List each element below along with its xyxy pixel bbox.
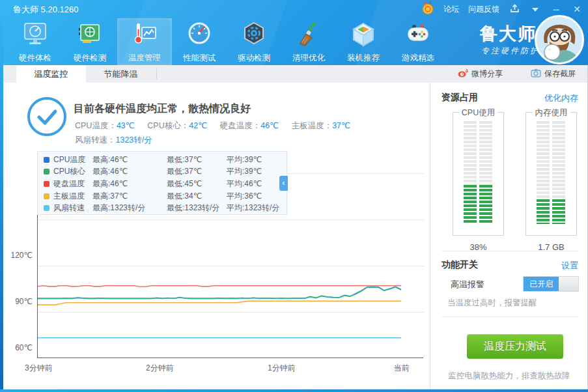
legend-avg: 平均:39℃: [227, 166, 262, 177]
titlebar: 鲁大师 5.20.1260 论坛 问题反馈 ─: [0, 0, 588, 18]
legend-max: 最高:1323转/分: [92, 203, 167, 214]
metric-label: CPU温度：: [75, 121, 117, 130]
divider: [441, 251, 579, 251]
high-temp-alarm-label: 高温报警: [451, 279, 484, 290]
close-button[interactable]: ✕: [571, 4, 583, 14]
toggle-state-label: 已开启: [524, 277, 559, 291]
games-icon: [405, 18, 431, 51]
brand-logo: 鲁大师: [480, 22, 537, 46]
alarm-description: 当温度过高时，报警提醒: [447, 298, 537, 309]
gauge-bars: [537, 121, 566, 224]
legend-name: 风扇转速: [53, 203, 92, 214]
window-edge: [0, 18, 3, 392]
gauge-fill: [479, 185, 492, 224]
legend-swatch: [44, 205, 49, 211]
temperature-metrics: CPU温度：43℃ CPU核心：42℃ 硬盘温度：46℃ 主板温度：37℃: [75, 120, 361, 132]
nav-item-hardware-checkup[interactable]: 硬件体检: [8, 18, 63, 65]
chart-legend: CPU温度 最高:46℃ 最低:37℃ 平均:39℃ CPU核心 最高:46℃ …: [37, 151, 287, 215]
nav-label: 硬件检测: [74, 53, 106, 64]
mascot-avatar: [535, 15, 584, 64]
gauge-bar: [537, 121, 550, 224]
series-board-temp: [38, 301, 401, 305]
legend-min: 最低:34℃: [167, 191, 227, 202]
settings-link[interactable]: 设置: [561, 260, 578, 272]
status-title: 目前各硬件温度均正常，散热情况良好: [74, 102, 251, 116]
metric-value: 46℃: [260, 121, 279, 130]
legend-max: 最高:46℃: [92, 154, 167, 165]
nav-label: 清理优化: [292, 53, 325, 64]
clean-icon: [296, 18, 322, 51]
nav-item-games[interactable]: 游戏精选: [391, 18, 445, 65]
weibo-icon: [458, 68, 468, 79]
legend-swatch: [44, 157, 49, 163]
metric-label: 硬盘温度：: [220, 121, 261, 130]
main-content: 目前各硬件温度均正常，散热情况良好 CPU温度：43℃ CPU核心：42℃ 硬盘…: [0, 83, 430, 389]
nav-item-build-recommend[interactable]: 装机推荐: [336, 18, 391, 65]
legend-collapse-icon[interactable]: ‹: [279, 176, 288, 191]
weibo-share-button[interactable]: 微博分享: [458, 65, 503, 83]
tabbar: 温度监控 节能降温 微博分享 保存截屏: [0, 65, 588, 83]
fan-speed-metric: 风扇转速：1323转/分: [75, 135, 152, 146]
nav-item-performance[interactable]: 性能测试: [172, 18, 227, 65]
legend-min: 最低:1323转/分: [167, 203, 227, 214]
legend-min: 最低:37℃: [167, 154, 227, 165]
x-tick: 1分钟前: [268, 363, 296, 374]
legend-max: 最高:46℃: [92, 166, 167, 177]
nav-item-clean[interactable]: 清理优化: [281, 18, 336, 65]
nav-label: 装机推荐: [347, 53, 380, 64]
tab-label: 节能降温: [104, 69, 138, 79]
save-screenshot-button[interactable]: 保存截屏: [531, 65, 576, 83]
legend-name: 硬盘温度: [53, 178, 92, 189]
tab-energy-cooling[interactable]: 节能降温: [86, 65, 156, 83]
tab-label: 温度监控: [35, 69, 68, 79]
share-icon[interactable]: [509, 4, 520, 15]
gauge-fill: [464, 185, 477, 224]
metric-value: 43℃: [117, 121, 135, 130]
series-cpu-temp: [38, 287, 401, 298]
check-circle-icon: [26, 96, 68, 140]
performance-icon: [186, 18, 212, 51]
window-edge: [0, 389, 588, 392]
cpu-usage-gauge: CPU使用 38%: [453, 112, 504, 236]
memory-usage-gauge: 内存使用 1.7 GB: [525, 112, 577, 236]
optimize-memory-link[interactable]: 优化内存: [544, 92, 578, 104]
weibo-share-label: 微博分享: [471, 68, 503, 79]
nav-label: 驱动检测: [238, 53, 270, 64]
legend-name: 主板温度: [53, 191, 92, 202]
hardware-detect-icon: [77, 18, 103, 51]
gauge-title: 内存使用: [533, 107, 570, 119]
legend-max: 最高:46℃: [92, 178, 167, 189]
metric-label: CPU核心：: [147, 121, 189, 130]
driver-icon: [241, 18, 267, 51]
legend-swatch: [44, 169, 49, 175]
sidebar: 资源占用 优化内存 CPU使用 38% 内存使用 1.7 GB 功能开关 设置 …: [430, 83, 588, 389]
menu-caret-icon[interactable]: [529, 5, 541, 14]
toggle-knob: [559, 277, 578, 291]
main-nav: 硬件体检 硬件检测: [8, 18, 445, 65]
high-temp-alarm-toggle[interactable]: 已开启: [523, 276, 579, 292]
forum-link[interactable]: 论坛: [443, 4, 459, 15]
legend-avg: 平均:39℃: [227, 154, 262, 165]
gauge-bars: [464, 121, 493, 224]
medal-icon[interactable]: [421, 1, 434, 18]
nav-label: 性能测试: [183, 53, 216, 64]
series-cpu-core: [38, 287, 401, 299]
gauge-bar: [464, 121, 477, 224]
y-tick: 60℃: [3, 343, 33, 352]
tab-temperature-monitor[interactable]: 温度监控: [16, 65, 86, 83]
hardware-checkup-icon: [22, 18, 48, 51]
save-screenshot-label: 保存截屏: [544, 68, 576, 79]
metric-value: 37℃: [332, 121, 350, 130]
temperature-stress-test-button[interactable]: 温度压力测试: [467, 334, 563, 359]
metric-label: 主板温度：: [292, 121, 333, 130]
legend-avg: 平均:46℃: [227, 178, 262, 189]
feedback-link[interactable]: 问题反馈: [468, 4, 499, 15]
minimize-button[interactable]: ─: [550, 5, 562, 14]
legend-avg: 平均:1323转/分: [227, 203, 279, 214]
nav-item-temperature[interactable]: 温度管理: [117, 18, 172, 65]
nav-label: 硬件体检: [19, 53, 51, 64]
nav-item-driver[interactable]: 驱动检测: [227, 18, 281, 65]
y-tick: 120℃: [3, 251, 33, 260]
gauge-bar: [552, 121, 565, 224]
nav-item-hardware-detect[interactable]: 硬件检测: [63, 18, 117, 65]
